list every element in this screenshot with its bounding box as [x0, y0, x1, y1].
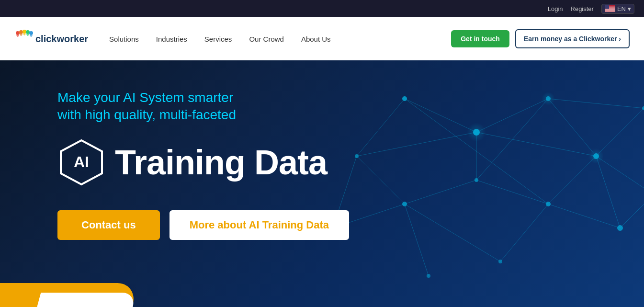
chevron-down-icon: ▾	[628, 5, 631, 12]
svg-line-30	[596, 108, 644, 156]
svg-point-42	[475, 178, 478, 182]
hero-title: Training Data	[115, 145, 327, 180]
svg-line-24	[476, 132, 596, 156]
svg-point-53	[542, 92, 555, 105]
nav-links: Solutions Industries Services Our Crowd …	[102, 31, 451, 47]
svg-line-14	[476, 99, 548, 132]
svg-rect-6	[605, 11, 615, 11]
login-link[interactable]: Login	[548, 5, 563, 12]
flag-icon	[605, 5, 615, 12]
svg-point-52	[588, 148, 604, 164]
svg-text:AI: AI	[74, 153, 89, 171]
hero-content: Make your AI System smarter with high qu…	[57, 89, 421, 240]
language-selector[interactable]: EN ▾	[601, 4, 634, 14]
contact-us-button[interactable]: Contact us	[57, 210, 160, 240]
nav-item-about-us[interactable]: About Us	[294, 31, 338, 47]
logo-text: clickworker	[35, 34, 88, 45]
logo-icon	[14, 28, 35, 49]
svg-point-45	[617, 225, 623, 231]
svg-line-27	[548, 204, 620, 228]
svg-point-9	[19, 30, 23, 34]
svg-rect-7	[605, 5, 609, 9]
hero-bottom-decoration	[0, 269, 644, 307]
logo[interactable]: clickworker	[14, 28, 88, 49]
ai-hexagon-icon: AI	[57, 138, 105, 186]
hero-subtitle: Make your AI System smarter with high qu…	[57, 89, 421, 124]
white-wave	[36, 293, 137, 307]
nav-item-our-crowd[interactable]: Our Crowd	[242, 31, 291, 47]
nav-buttons: Get in touch Earn money as a Clickworker…	[451, 29, 630, 48]
svg-line-28	[500, 204, 548, 262]
svg-point-10	[23, 30, 26, 34]
nav-item-solutions[interactable]: Solutions	[102, 31, 146, 47]
top-bar: Login Register EN ▾	[0, 0, 644, 17]
earn-money-button[interactable]: Earn money as a Clickworker ›	[515, 29, 630, 48]
nav-item-industries[interactable]: Industries	[149, 31, 194, 47]
hero-section: Make your AI System smarter with high qu…	[0, 60, 644, 307]
svg-line-15	[548, 99, 596, 156]
svg-point-41	[546, 202, 551, 206]
more-about-ai-button[interactable]: More about AI Training Data	[169, 210, 349, 240]
svg-line-23	[405, 99, 548, 204]
nav-item-services[interactable]: Services	[198, 31, 239, 47]
svg-line-36	[596, 156, 644, 194]
svg-rect-4	[605, 9, 615, 10]
svg-point-12	[29, 31, 33, 35]
svg-line-31	[548, 99, 644, 108]
svg-line-26	[596, 156, 620, 228]
svg-line-17	[476, 180, 548, 204]
svg-line-16	[548, 156, 596, 204]
register-link[interactable]: Register	[571, 5, 594, 12]
hero-buttons: Contact us More about AI Training Data	[57, 210, 421, 240]
get-in-touch-button[interactable]: Get in touch	[451, 30, 509, 47]
svg-point-8	[16, 31, 20, 35]
svg-point-51	[467, 123, 486, 142]
svg-rect-5	[605, 10, 615, 11]
svg-line-35	[620, 194, 644, 228]
navbar: clickworker Solutions Industries Service…	[0, 17, 644, 60]
svg-point-46	[498, 260, 502, 263]
svg-point-11	[26, 30, 30, 34]
hero-main-row: AI Training Data	[57, 138, 421, 186]
